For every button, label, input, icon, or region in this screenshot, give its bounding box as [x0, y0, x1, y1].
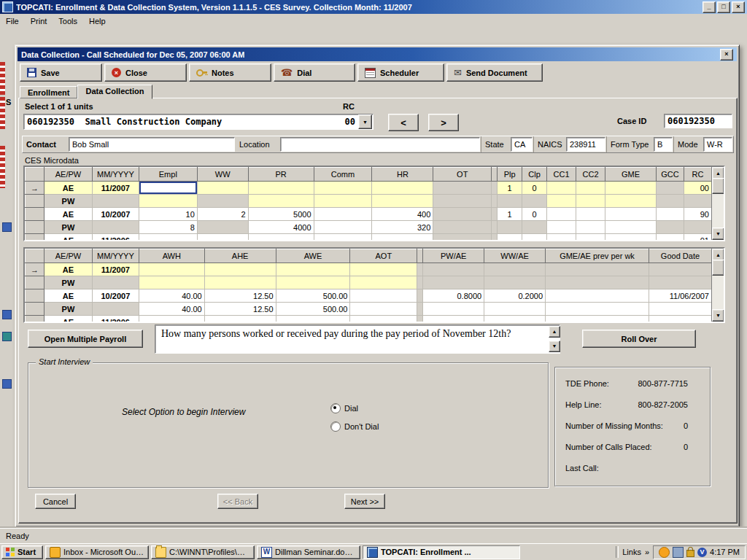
roll-over-button[interactable]: Roll Over: [582, 330, 696, 348]
cell-empl[interactable]: [139, 195, 197, 208]
cell-awh[interactable]: 40.00: [139, 303, 204, 316]
scroll-down-icon[interactable]: ▼: [712, 228, 724, 240]
cell-pwae[interactable]: [423, 263, 484, 276]
cell-aepw[interactable]: AE: [44, 263, 92, 276]
cell-awe[interactable]: [276, 316, 350, 322]
scroll-thumb[interactable]: [712, 260, 724, 276]
cell-awe[interactable]: [276, 276, 350, 289]
cell-gooddate[interactable]: [649, 316, 711, 322]
cell-clp[interactable]: [522, 234, 547, 241]
cell-cc2[interactable]: [576, 234, 605, 241]
cell-comm[interactable]: [314, 182, 372, 195]
cell-awh[interactable]: [139, 276, 204, 289]
cell-awh[interactable]: [139, 263, 204, 276]
cell-ww[interactable]: 2: [197, 208, 248, 221]
cell-gme[interactable]: [605, 221, 657, 234]
grid1-scrollbar[interactable]: ▲ ▼: [711, 167, 724, 240]
cell-hr[interactable]: 400: [372, 208, 433, 221]
question-spinner[interactable]: ▲ ▼: [549, 326, 559, 352]
cell-ahe[interactable]: 12.50: [204, 303, 276, 316]
cell-aepw[interactable]: PW: [44, 303, 92, 316]
cell-plp[interactable]: 1: [498, 208, 522, 221]
radio-option-dont-dial[interactable]: Don't Dial: [330, 421, 379, 432]
cell-ahe[interactable]: [204, 316, 276, 322]
cell-plp[interactable]: [498, 234, 522, 241]
cell-ahe[interactable]: 12.50: [204, 289, 276, 303]
cell-pr[interactable]: 4000: [248, 221, 314, 234]
location-field[interactable]: [280, 137, 480, 152]
task-word[interactable]: Dillman Seminar.doc - Mic...: [257, 545, 360, 559]
cell-gmeae[interactable]: [546, 289, 649, 303]
cell-awh[interactable]: 40.00: [139, 289, 204, 303]
cell-gooddate[interactable]: [649, 263, 711, 276]
cell-month[interactable]: 11/2007: [92, 182, 139, 195]
links-label[interactable]: Links: [622, 548, 641, 556]
cell-empl[interactable]: [139, 182, 197, 195]
spin-down-icon[interactable]: ▼: [549, 341, 560, 352]
cell-pr[interactable]: 5000: [248, 208, 314, 221]
cell-pr[interactable]: [248, 195, 314, 208]
cancel-button[interactable]: Cancel: [35, 494, 76, 509]
cell-wwae[interactable]: [484, 303, 546, 316]
scheduler-button[interactable]: Scheduler: [357, 63, 444, 82]
cell-gmeae[interactable]: [546, 263, 649, 276]
cell-ot[interactable]: [433, 221, 492, 234]
cell-gme[interactable]: [605, 195, 657, 208]
cell-awe[interactable]: 500.00: [276, 303, 350, 316]
cell-gme[interactable]: [605, 182, 657, 195]
cell-aepw[interactable]: PW: [44, 195, 92, 208]
cell-ot[interactable]: [433, 234, 492, 241]
cell-gme[interactable]: [605, 208, 657, 221]
cell-plp[interactable]: [498, 195, 522, 208]
radio-dial-icon[interactable]: [330, 403, 341, 413]
cell-ot[interactable]: [433, 195, 492, 208]
minimize-button[interactable]: _: [703, 1, 716, 13]
cell-gooddate[interactable]: [649, 303, 711, 316]
scroll-thumb[interactable]: [712, 178, 724, 194]
cell-month[interactable]: 11/2006: [92, 316, 139, 322]
cell-aepw[interactable]: PW: [44, 276, 92, 289]
cell-cc2[interactable]: [576, 208, 605, 221]
cell-clp[interactable]: 0: [522, 208, 547, 221]
cell-month[interactable]: [92, 195, 139, 208]
cell-rc[interactable]: [684, 221, 711, 234]
cell-awh[interactable]: [139, 316, 204, 322]
cell-empl[interactable]: 10: [139, 208, 197, 221]
cell-pr[interactable]: [248, 234, 314, 241]
cell-pr[interactable]: [248, 182, 314, 195]
close-button[interactable]: ×: [732, 1, 745, 13]
cell-pwae[interactable]: 0.8000: [423, 289, 484, 303]
scroll-down-icon[interactable]: ▼: [712, 309, 724, 322]
cell-rc[interactable]: 01: [684, 234, 711, 241]
cell-empl[interactable]: 8: [139, 221, 197, 234]
cell-ww[interactable]: [197, 182, 248, 195]
menu-print[interactable]: Print: [25, 15, 53, 27]
menu-tools[interactable]: Tools: [53, 15, 83, 27]
notes-button[interactable]: Notes: [189, 63, 271, 82]
cell-cc1[interactable]: [547, 234, 576, 241]
cell-comm[interactable]: [314, 208, 372, 221]
send-document-button[interactable]: ✉ Send Document: [446, 63, 543, 82]
cell-empl[interactable]: [139, 234, 197, 241]
cell-gcc[interactable]: [656, 221, 684, 234]
cell-wwae[interactable]: [484, 263, 546, 276]
cell-cc1[interactable]: [547, 208, 576, 221]
save-button[interactable]: Save: [20, 63, 102, 82]
cell-comm[interactable]: [314, 234, 372, 241]
cell-aepw[interactable]: AE: [44, 208, 92, 221]
cell-aot[interactable]: [350, 316, 417, 322]
cell-awe[interactable]: [276, 263, 350, 276]
cell-month[interactable]: [92, 303, 139, 316]
cell-cc2[interactable]: [576, 195, 605, 208]
cell-cc2[interactable]: [576, 182, 605, 195]
cell-aepw[interactable]: PW: [44, 221, 92, 234]
unit-combobox[interactable]: 060192350 Small Construction Company 00 …: [23, 114, 374, 130]
cell-gcc[interactable]: [656, 234, 684, 241]
cell-hr[interactable]: [372, 234, 433, 241]
open-multiple-payroll-button[interactable]: Open Multiple Payroll: [28, 330, 143, 348]
task-explorer[interactable]: C:\WINNT\Profiles\Harre...: [151, 545, 255, 559]
network-tray-icon[interactable]: [673, 547, 684, 558]
cell-ot[interactable]: [433, 182, 492, 195]
cell-wwae[interactable]: [484, 276, 546, 289]
cell-clp[interactable]: [522, 195, 547, 208]
